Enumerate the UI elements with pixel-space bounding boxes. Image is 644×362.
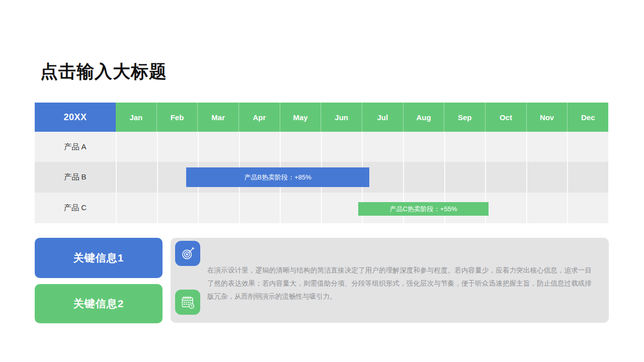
grid-cell [116, 162, 157, 193]
grid-cell [280, 132, 321, 162]
grid-cell [526, 162, 568, 193]
grid-cell [526, 193, 568, 223]
year-header-cell: 20XX [35, 103, 116, 132]
grid-cell [567, 193, 608, 223]
grid-cell [116, 132, 157, 162]
month-header-cell: Jun [320, 103, 362, 132]
month-header-cell: Apr [238, 103, 280, 132]
gantt-row: 产品 A [35, 132, 608, 162]
grid-cell [444, 132, 486, 162]
row-label: 产品 B [35, 162, 116, 193]
month-header-cell: Oct [485, 103, 526, 132]
target-icon [175, 241, 200, 266]
gantt-row: 产品 C产品C热卖阶段：+55% [35, 193, 608, 223]
month-header-cell: Sep [444, 103, 485, 132]
grid-cell [567, 132, 608, 162]
grid-cell [444, 162, 486, 193]
month-header-cell: Nov [526, 103, 568, 132]
row-label: 产品 A [35, 132, 116, 162]
month-header-cell: May [280, 103, 321, 132]
grid-cell [157, 193, 198, 223]
grid-cell [485, 132, 526, 162]
info-panel: 在演示设计里，逻辑的清晰与结构的简洁直接决定了用户的理解深度和参与程度。若内容量… [171, 238, 609, 323]
grid-cell [157, 132, 198, 162]
gantt-bar[interactable]: 产品C热卖阶段：+55% [358, 202, 489, 216]
month-header-cells: JanFebMarAprMayJunJulAugSepOctNovDec [116, 103, 608, 132]
grid-cell [116, 193, 157, 223]
row-track [116, 132, 608, 162]
grid-cell [526, 132, 568, 162]
month-header-cell: Dec [567, 103, 608, 132]
row-label: 产品 C [35, 193, 116, 223]
grid-cell [198, 132, 239, 162]
grid-cell [239, 132, 280, 162]
grid-cell [239, 193, 280, 223]
grid-cell [321, 132, 362, 162]
month-header-cell: Mar [197, 103, 238, 132]
key-info-button-2[interactable]: 关键信息2 [35, 284, 163, 323]
key-info-button-1[interactable]: 关键信息1 [35, 238, 163, 278]
gantt-body: 产品 A产品 B产品B热卖阶段：+85%产品 C产品C热卖阶段：+55% [35, 132, 608, 223]
slide-canvas: 点击输入大标题 20XX JanFebMarAprMayJunJulAugSep… [0, 0, 644, 362]
grid-cell [321, 193, 362, 223]
gantt-table: 20XX JanFebMarAprMayJunJulAugSepOctNovDe… [35, 103, 608, 223]
grid-cell [567, 162, 608, 193]
row-track: 产品B热卖阶段：+85% [116, 162, 608, 193]
calendar-clock-icon [175, 290, 200, 315]
month-header-cell: Jan [116, 103, 156, 132]
page-title[interactable]: 点击输入大标题 [40, 61, 167, 82]
grid-cell [485, 162, 526, 193]
grid-cell [198, 193, 239, 223]
grid-cell [403, 132, 444, 162]
month-header-cell: Aug [403, 103, 444, 132]
grid-cell [362, 132, 403, 162]
gantt-header-row: 20XX JanFebMarAprMayJunJulAugSepOctNovDe… [35, 103, 608, 132]
gantt-row: 产品 B产品B热卖阶段：+85% [35, 162, 608, 193]
grid-cell [280, 193, 321, 223]
month-header-cell: Feb [156, 103, 198, 132]
row-track: 产品C热卖阶段：+55% [116, 193, 608, 223]
gantt-bar[interactable]: 产品B热卖阶段：+85% [186, 167, 369, 187]
info-paragraph: 在演示设计里，逻辑的清晰与结构的简洁直接决定了用户的理解深度和参与程度。若内容量… [207, 264, 592, 303]
grid-cell [403, 162, 444, 193]
month-header-cell: Jul [362, 103, 403, 132]
grid-cell [485, 193, 526, 223]
